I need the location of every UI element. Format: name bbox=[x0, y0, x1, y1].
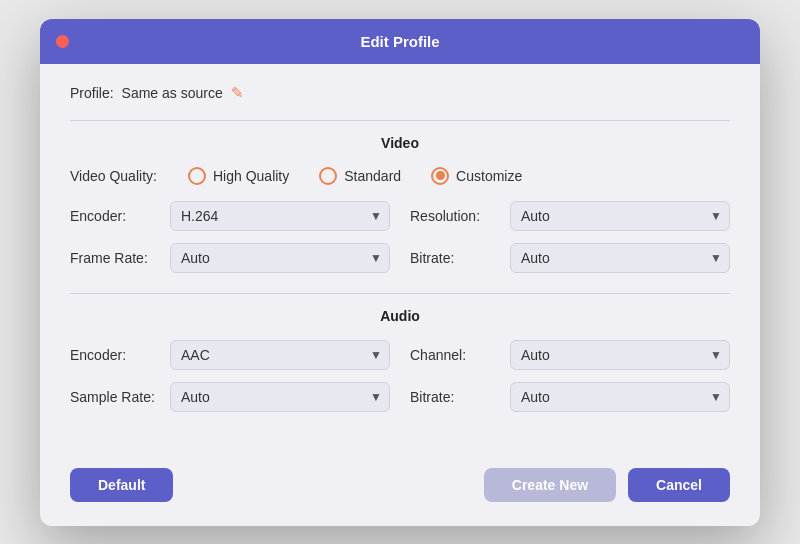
video-framerate-select-wrapper: Auto ▼ bbox=[170, 243, 390, 273]
edit-icon[interactable]: ✎ bbox=[231, 84, 244, 102]
video-bitrate-select[interactable]: Auto bbox=[510, 243, 730, 273]
audio-samplerate-label: Sample Rate: bbox=[70, 389, 160, 405]
quality-customize-label: Customize bbox=[456, 168, 522, 184]
video-resolution-select-wrapper: Auto ▼ bbox=[510, 201, 730, 231]
quality-standard-label: Standard bbox=[344, 168, 401, 184]
quality-option-standard[interactable]: Standard bbox=[319, 167, 401, 185]
audio-encoder-select[interactable]: AAC bbox=[170, 340, 390, 370]
audio-bitrate-row: Bitrate: Auto ▼ bbox=[410, 382, 730, 412]
video-framerate-select[interactable]: Auto bbox=[170, 243, 390, 273]
audio-samplerate-select-wrapper: Auto ▼ bbox=[170, 382, 390, 412]
quality-high-label: High Quality bbox=[213, 168, 289, 184]
video-encoder-label: Encoder: bbox=[70, 208, 160, 224]
audio-encoder-label: Encoder: bbox=[70, 347, 160, 363]
video-resolution-row: Resolution: Auto ▼ bbox=[410, 201, 730, 231]
audio-encoder-row: Encoder: AAC ▼ bbox=[70, 340, 390, 370]
dialog-body: Profile: Same as source ✎ Video Video Qu… bbox=[40, 64, 760, 456]
video-encoder-row: Encoder: H.264 ▼ bbox=[70, 201, 390, 231]
audio-divider bbox=[70, 293, 730, 294]
profile-value: Same as source bbox=[122, 85, 223, 101]
video-encoder-select-wrapper: H.264 ▼ bbox=[170, 201, 390, 231]
audio-encoder-select-wrapper: AAC ▼ bbox=[170, 340, 390, 370]
audio-bitrate-select-wrapper: Auto ▼ bbox=[510, 382, 730, 412]
video-divider bbox=[70, 120, 730, 121]
title-bar: Edit Profile bbox=[40, 19, 760, 64]
audio-channel-select[interactable]: Auto bbox=[510, 340, 730, 370]
quality-label: Video Quality: bbox=[70, 168, 180, 184]
dialog-title: Edit Profile bbox=[360, 33, 439, 50]
cancel-button[interactable]: Cancel bbox=[628, 468, 730, 502]
video-section-title: Video bbox=[70, 135, 730, 151]
radio-customize[interactable] bbox=[431, 167, 449, 185]
video-bitrate-select-wrapper: Auto ▼ bbox=[510, 243, 730, 273]
quality-option-customize[interactable]: Customize bbox=[431, 167, 522, 185]
audio-samplerate-select[interactable]: Auto bbox=[170, 382, 390, 412]
audio-bitrate-select[interactable]: Auto bbox=[510, 382, 730, 412]
radio-standard[interactable] bbox=[319, 167, 337, 185]
profile-label: Profile: bbox=[70, 85, 114, 101]
video-resolution-label: Resolution: bbox=[410, 208, 500, 224]
audio-channel-label: Channel: bbox=[410, 347, 500, 363]
audio-samplerate-row: Sample Rate: Auto ▼ bbox=[70, 382, 390, 412]
video-encoder-select[interactable]: H.264 bbox=[170, 201, 390, 231]
create-new-button[interactable]: Create New bbox=[484, 468, 616, 502]
default-button[interactable]: Default bbox=[70, 468, 173, 502]
edit-profile-dialog: Edit Profile Profile: Same as source ✎ V… bbox=[40, 19, 760, 526]
video-bitrate-row: Bitrate: Auto ▼ bbox=[410, 243, 730, 273]
dialog-footer: Default Create New Cancel bbox=[40, 456, 760, 526]
radio-high[interactable] bbox=[188, 167, 206, 185]
footer-right-buttons: Create New Cancel bbox=[484, 468, 730, 502]
quality-radio-group: High Quality Standard Customize bbox=[188, 167, 522, 185]
audio-channel-select-wrapper: Auto ▼ bbox=[510, 340, 730, 370]
video-fields-grid: Encoder: H.264 ▼ Resolution: Auto ▼ bbox=[70, 201, 730, 273]
audio-section-title: Audio bbox=[70, 308, 730, 324]
audio-fields-grid: Encoder: AAC ▼ Channel: Auto ▼ bbox=[70, 340, 730, 412]
quality-option-high[interactable]: High Quality bbox=[188, 167, 289, 185]
close-button[interactable] bbox=[56, 35, 69, 48]
quality-row: Video Quality: High Quality Standard Cus… bbox=[70, 167, 730, 185]
profile-row: Profile: Same as source ✎ bbox=[70, 84, 730, 102]
audio-bitrate-label: Bitrate: bbox=[410, 389, 500, 405]
video-resolution-select[interactable]: Auto bbox=[510, 201, 730, 231]
video-framerate-label: Frame Rate: bbox=[70, 250, 160, 266]
video-bitrate-label: Bitrate: bbox=[410, 250, 500, 266]
audio-channel-row: Channel: Auto ▼ bbox=[410, 340, 730, 370]
video-framerate-row: Frame Rate: Auto ▼ bbox=[70, 243, 390, 273]
